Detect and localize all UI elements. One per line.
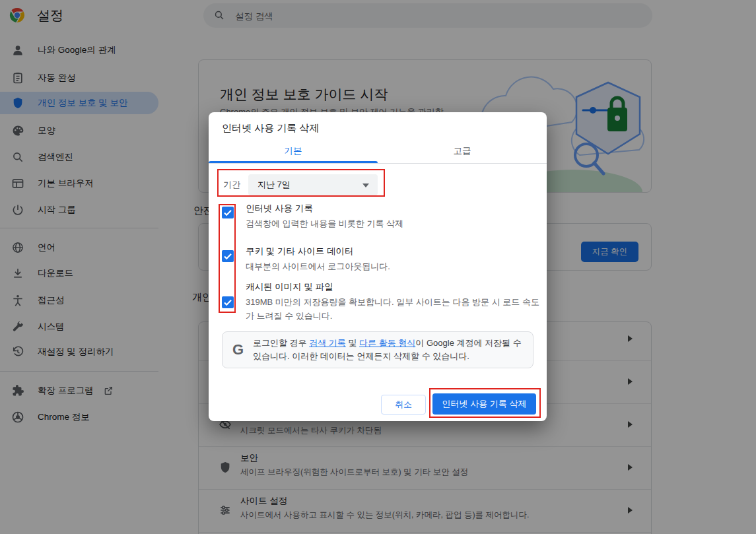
notice-middle: 및 xyxy=(346,338,359,348)
checkbox-title: 인터넷 사용 기록 xyxy=(246,203,313,215)
chrome-settings-window: 설정 나와 Google의 관계 자동 완성 xyxy=(0,0,756,534)
cancel-button[interactable]: 취소 xyxy=(381,395,426,415)
checkbox-cached-images[interactable] xyxy=(222,296,234,308)
tab-basic[interactable]: 기본 xyxy=(209,139,378,163)
checkbox-description: 대부분의 사이트에서 로그아웃됩니다. xyxy=(246,259,544,273)
dialog-title: 인터넷 사용 기록 삭제 xyxy=(222,122,320,135)
tab-strip-border xyxy=(209,163,547,164)
time-range-label: 기간 xyxy=(223,179,240,191)
checkbox-description: 검색창에 입력한 내용을 비롯한 기록 삭제 xyxy=(246,217,544,230)
tab-advanced[interactable]: 고급 xyxy=(378,139,547,163)
checkbox-title: 쿠키 및 기타 사이트 데이터 xyxy=(246,246,354,257)
notice-text: 로그인할 경우 검색 기록 및 다른 활동 형식이 Google 계정에 저장될… xyxy=(253,337,526,363)
checkbox-title: 캐시된 이미지 및 파일 xyxy=(246,281,333,293)
clear-browsing-data-dialog: 인터넷 사용 기록 삭제 기본 고급 기간 지난 7일 인터넷 사용 기록 검색… xyxy=(209,112,547,421)
search-history-link[interactable]: 검색 기록 xyxy=(309,338,346,348)
checkbox-cookies[interactable] xyxy=(222,250,234,262)
notice-prefix: 로그인할 경우 xyxy=(253,338,309,348)
clear-data-button[interactable]: 인터넷 사용 기록 삭제 xyxy=(432,393,536,415)
google-g-logo: G xyxy=(232,341,244,358)
time-range-value: 지난 7일 xyxy=(258,174,291,195)
checkbox-description: 319MB 미만의 저장용량을 확보합니다. 일부 사이트는 다음 방문 시 로… xyxy=(246,295,544,323)
google-account-notice: G 로그인할 경우 검색 기록 및 다른 활동 형식이 Google 계정에 저… xyxy=(222,331,533,368)
checkbox-browsing-history[interactable] xyxy=(222,207,234,218)
other-activity-link[interactable]: 다른 활동 형식 xyxy=(359,338,415,348)
dropdown-caret-icon xyxy=(362,184,369,187)
time-range-select[interactable]: 지난 7일 xyxy=(248,174,378,195)
